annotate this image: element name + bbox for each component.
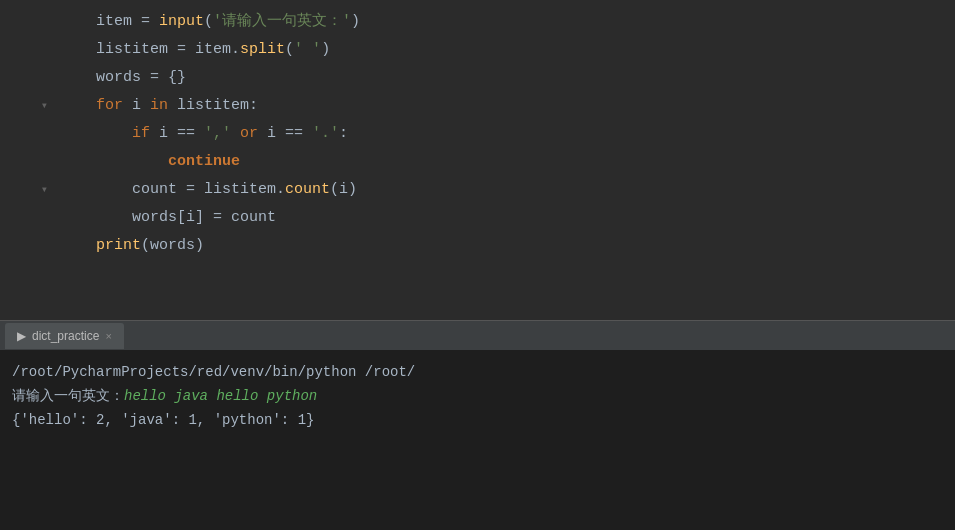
token: = xyxy=(204,209,231,226)
terminal-tab[interactable]: ▶ dict_practice × xyxy=(5,323,124,349)
code-line: ▾ for i in listitem: xyxy=(0,92,955,120)
terminal-tab-icon: ▶ xyxy=(17,329,26,343)
terminal-tab-bar: ▶ dict_practice × xyxy=(0,320,955,350)
token: '请输入一句英文：' xyxy=(213,13,351,30)
code-content: if i == ',' or i == '.': xyxy=(60,121,955,147)
token: . xyxy=(276,181,285,198)
token: words[i] xyxy=(132,209,204,226)
token: item xyxy=(96,13,132,30)
token: ' ' xyxy=(294,41,321,58)
terminal-tab-label: dict_practice xyxy=(32,329,99,343)
token: split xyxy=(240,41,285,58)
token: if xyxy=(132,125,150,142)
terminal-input-text: hello java hello python xyxy=(124,388,317,404)
terminal-prompt-label: 请输入一句英文： xyxy=(12,388,124,404)
token: : xyxy=(339,125,348,142)
token: = {} xyxy=(141,69,186,86)
token: ( xyxy=(285,41,294,58)
token: item xyxy=(195,41,231,58)
token: . xyxy=(231,41,240,58)
token: ) xyxy=(321,41,330,58)
editor-area: item = input('请输入一句英文：') listitem = item… xyxy=(0,0,955,320)
token: = xyxy=(168,41,195,58)
token: continue xyxy=(168,153,240,170)
token: (i) xyxy=(330,181,357,198)
code-content: listitem = item.split(' ') xyxy=(60,37,955,63)
token: in xyxy=(150,97,168,114)
code-content: for i in listitem: xyxy=(60,93,955,119)
token: = xyxy=(177,181,204,198)
terminal-area: /root/PycharmProjects/red/venv/bin/pytho… xyxy=(0,350,955,530)
token: listitem xyxy=(204,181,276,198)
token: input xyxy=(159,13,204,30)
token: ',' xyxy=(204,125,231,142)
main-container: item = input('请输入一句英文：') listitem = item… xyxy=(0,0,955,530)
terminal-lines: /root/PycharmProjects/red/venv/bin/pytho… xyxy=(12,360,943,432)
code-line: continue xyxy=(0,148,955,176)
token: for xyxy=(96,97,123,114)
code-content: continue xyxy=(60,149,955,175)
code-line: words = {} xyxy=(0,64,955,92)
code-line: if i == ',' or i == '.': xyxy=(0,120,955,148)
code-content: words = {} xyxy=(60,65,955,91)
token: count xyxy=(285,181,330,198)
token: or xyxy=(231,125,267,142)
code-content: words[i] = count xyxy=(60,205,955,231)
token: count xyxy=(231,209,276,226)
code-line: item = input('请输入一句英文：') xyxy=(0,8,955,36)
token: ) xyxy=(351,13,360,30)
code-content: count = listitem.count(i) xyxy=(60,177,955,203)
code-line: listitem = item.split(' ') xyxy=(0,36,955,64)
code-lines: item = input('请输入一句英文：') listitem = item… xyxy=(0,8,955,260)
token: i == xyxy=(150,125,204,142)
terminal-path: /root/PycharmProjects/red/venv/bin/pytho… xyxy=(12,364,415,380)
code-line: print(words) xyxy=(0,232,955,260)
code-content: print(words) xyxy=(60,233,955,259)
code-content: item = input('请输入一句英文：') xyxy=(60,9,955,35)
token: listitem xyxy=(96,41,168,58)
token: i xyxy=(123,97,150,114)
terminal-line: {'hello': 2, 'java': 1, 'python': 1} xyxy=(12,408,943,432)
token: ( xyxy=(141,237,150,254)
terminal-line: 请输入一句英文：hello java hello python xyxy=(12,384,943,408)
code-line: words[i] = count xyxy=(0,204,955,232)
token: count xyxy=(132,181,177,198)
fold-marker[interactable]: ▾ xyxy=(41,98,48,113)
fold-marker[interactable]: ▾ xyxy=(41,182,48,197)
token: i == xyxy=(267,125,312,142)
token: ( xyxy=(204,13,213,30)
terminal-output: {'hello': 2, 'java': 1, 'python': 1} xyxy=(12,412,314,428)
token: words xyxy=(150,237,195,254)
terminal-tab-close[interactable]: × xyxy=(105,330,111,342)
token: words xyxy=(96,69,141,86)
token: '.' xyxy=(312,125,339,142)
terminal-line: /root/PycharmProjects/red/venv/bin/pytho… xyxy=(12,360,943,384)
code-line: ▾ count = listitem.count(i) xyxy=(0,176,955,204)
token: = xyxy=(132,13,159,30)
line-number: ▾ xyxy=(0,182,60,197)
line-number: ▾ xyxy=(0,98,60,113)
token: listitem: xyxy=(168,97,258,114)
token: print xyxy=(96,237,141,254)
token: ) xyxy=(195,237,204,254)
